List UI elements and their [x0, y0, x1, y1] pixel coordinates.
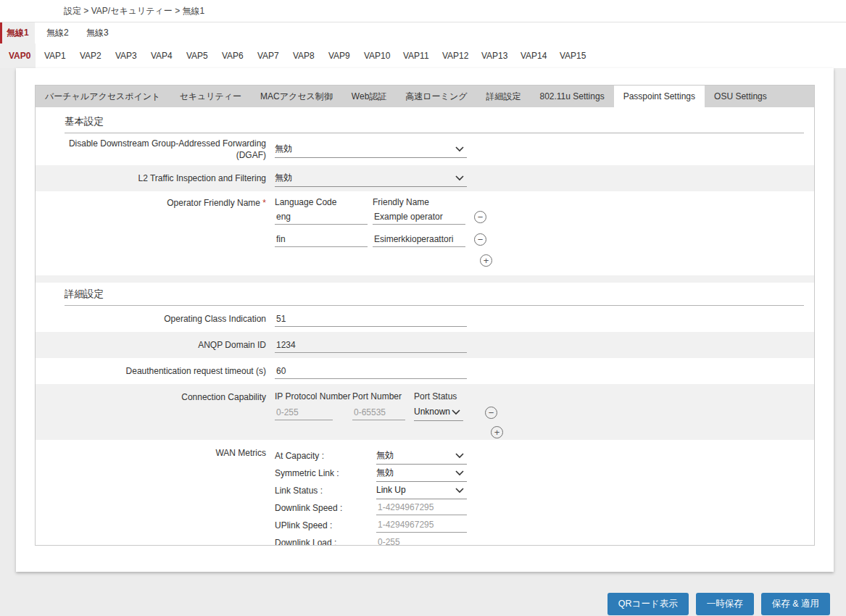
dgaf-label: Disable Downstream Group-Addressed Forwa…: [36, 138, 266, 161]
symmetric-link-select[interactable]: 無効: [376, 465, 467, 482]
tab-vap15[interactable]: VAP15: [551, 43, 590, 68]
wan-downlink-load-row: Downlink Load :: [275, 534, 814, 546]
connection-capability-row: Connection Capability IP Protocol Number…: [36, 384, 814, 440]
operating-class-label: Operating Class Indication: [36, 313, 266, 325]
operating-class-input[interactable]: [275, 312, 467, 327]
section-separator: [36, 275, 814, 283]
tab-fast-roaming[interactable]: 高速ローミング: [396, 86, 476, 107]
operator-row: −: [275, 232, 814, 247]
settings-sub-tabs: バーチャルアクセスポイント セキュリティー MACアクセス制御 Web認証 高速…: [36, 86, 814, 107]
save-apply-button[interactable]: 保存 & 適用: [761, 593, 830, 615]
tab-vap13[interactable]: VAP13: [473, 43, 512, 68]
dgaf-row: Disable Downstream Group-Addressed Forwa…: [36, 133, 814, 165]
tab-vap4[interactable]: VAP4: [142, 43, 178, 68]
l2-filtering-select[interactable]: 無効: [275, 170, 467, 187]
tab-passpoint-settings[interactable]: Passpoint Settings: [614, 86, 705, 107]
chevron-down-icon: [455, 449, 464, 462]
port-number-header: Port Number: [352, 391, 414, 401]
tab-vap6[interactable]: VAP6: [213, 43, 249, 68]
port-status-select-value: Unknown: [414, 407, 450, 417]
tab-vap1[interactable]: VAP1: [36, 43, 71, 68]
tab-vap11[interactable]: VAP11: [394, 43, 434, 68]
wan-downlink-speed-row: Downlink Speed :: [275, 499, 814, 517]
connection-capability-table: IP Protocol Number Port Number Port Stat…: [275, 391, 814, 438]
friendly-name-header: Friendly Name: [373, 197, 468, 207]
tab-osu-settings[interactable]: OSU Settings: [705, 86, 776, 107]
tab-vap10[interactable]: VAP10: [355, 43, 394, 68]
downlink-speed-label: Downlink Speed :: [275, 503, 376, 513]
radio-tabs: 無線1 無線2 無線3: [0, 22, 846, 43]
wan-metrics-label: WAN Metrics: [36, 447, 266, 459]
wan-at-capacity-row: At Capacity : 無効: [275, 447, 814, 465]
wan-link-status-row: Link Status : Link Up: [275, 482, 814, 499]
port-status-select[interactable]: Unknown: [414, 404, 463, 421]
tab-virtual-access-point[interactable]: バーチャルアクセスポイント: [36, 86, 170, 107]
l2-filtering-row: L2 Traffic Inspection and Filtering 無効: [36, 165, 814, 191]
ip-protocol-input[interactable]: [275, 406, 333, 420]
circle-plus-icon[interactable]: +: [480, 254, 492, 267]
operator-friendly-name-table: Language Code Friendly Name − − +: [275, 197, 814, 274]
operator-row: −: [275, 209, 814, 225]
l2-filtering-select-value: 無効: [275, 172, 292, 184]
friendly-name-input[interactable]: [373, 210, 465, 225]
downlink-speed-input[interactable]: [376, 501, 467, 515]
chevron-down-icon: [452, 405, 460, 418]
tab-radio1[interactable]: 無線1: [0, 22, 35, 43]
tab-vap8[interactable]: VAP8: [284, 43, 320, 68]
basic-section-title: 基本設定: [65, 116, 104, 127]
tab-advanced-settings[interactable]: 詳細設定: [476, 86, 530, 107]
chevron-down-icon: [455, 171, 464, 184]
qr-code-button[interactable]: QRコード表示: [607, 593, 689, 615]
deauth-timeout-input[interactable]: [275, 365, 467, 379]
tab-vap7[interactable]: VAP7: [249, 43, 284, 68]
circle-plus-icon[interactable]: +: [491, 426, 503, 438]
anqp-domain-input[interactable]: [275, 338, 467, 353]
tab-vap12[interactable]: VAP12: [434, 43, 473, 68]
chevron-down-icon: [455, 466, 464, 479]
breadcrumb-bar: 設定 > VAP/セキュリティー > 無線1: [0, 0, 846, 22]
uplink-speed-input[interactable]: [376, 518, 467, 533]
language-code-header: Language Code: [275, 197, 373, 207]
wan-symmetric-link-row: Symmetric Link : 無効: [275, 465, 814, 482]
operator-friendly-name-row: Operator Friendly Name * Language Code F…: [36, 191, 814, 275]
tab-radio3[interactable]: 無線3: [80, 22, 120, 43]
connection-capability-add-row: +: [275, 425, 814, 438]
link-status-label: Link Status :: [275, 486, 376, 496]
passpoint-form: バーチャルアクセスポイント セキュリティー MACアクセス制御 Web認証 高速…: [35, 85, 815, 546]
wan-metrics-table: At Capacity : 無効 Symmetric Link : 無効 Lin…: [275, 447, 814, 546]
friendly-name-input[interactable]: [373, 233, 465, 247]
operator-friendly-name-label: Operator Friendly Name *: [36, 197, 266, 209]
tab-radio2[interactable]: 無線2: [40, 22, 80, 43]
l2-filtering-label: L2 Traffic Inspection and Filtering: [36, 172, 266, 184]
language-code-input[interactable]: [275, 210, 368, 225]
dgaf-select-value: 無効: [275, 143, 292, 155]
downlink-load-input[interactable]: [376, 536, 467, 546]
tab-vap9[interactable]: VAP9: [320, 43, 355, 68]
tab-80211u-settings[interactable]: 802.11u Settings: [530, 86, 613, 107]
chevron-down-icon: [455, 483, 464, 496]
dgaf-select[interactable]: 無効: [275, 141, 467, 158]
at-capacity-label: At Capacity :: [275, 451, 376, 461]
tab-mac-access-control[interactable]: MACアクセス制御: [251, 86, 342, 107]
connection-capability-label: Connection Capability: [36, 391, 266, 403]
advanced-section-header: 詳細設定: [65, 287, 804, 306]
tab-vap0[interactable]: VAP0: [0, 43, 36, 68]
tab-vap2[interactable]: VAP2: [71, 43, 107, 68]
tab-vap5[interactable]: VAP5: [178, 43, 213, 68]
link-status-select[interactable]: Link Up: [376, 482, 467, 499]
circle-minus-icon[interactable]: −: [474, 233, 486, 246]
tab-web-auth[interactable]: Web認証: [342, 86, 396, 107]
tab-security[interactable]: セキュリティー: [170, 86, 251, 107]
downlink-load-label: Downlink Load :: [275, 538, 376, 546]
deauth-timeout-row: Deauthentication request timeout (s): [36, 358, 814, 384]
circle-minus-icon[interactable]: −: [485, 407, 497, 419]
temp-save-button[interactable]: 一時保存: [696, 593, 754, 615]
language-code-input[interactable]: [275, 233, 368, 247]
tab-vap3[interactable]: VAP3: [107, 43, 142, 68]
at-capacity-select[interactable]: 無効: [376, 447, 467, 465]
tab-vap14[interactable]: VAP14: [512, 43, 551, 68]
circle-minus-icon[interactable]: −: [474, 211, 486, 223]
operator-add-row: +: [275, 254, 814, 267]
port-number-input[interactable]: [352, 406, 405, 420]
basic-section-header: 基本設定: [65, 115, 804, 133]
